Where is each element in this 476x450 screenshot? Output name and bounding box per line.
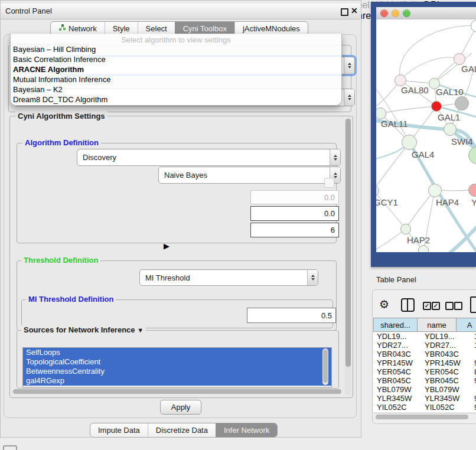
node-label: GAL80 xyxy=(401,85,429,95)
attributes-vscrollbar-thumb[interactable] xyxy=(323,350,328,383)
table-cell: YLR345W xyxy=(373,394,421,403)
node-label: GAL8 xyxy=(461,64,476,74)
network-node-hap4[interactable] xyxy=(428,184,442,197)
attribute-list-item[interactable]: BetweennessCentrality xyxy=(23,367,331,376)
apply-button[interactable]: Apply xyxy=(160,400,201,415)
algorithm-option[interactable]: Dream8 DC_TDC Algorithm xyxy=(11,94,341,105)
attribute-list-item[interactable]: TopologicalCoefficient xyxy=(23,357,331,367)
table-hscrollbar-thumb[interactable] xyxy=(376,415,468,419)
network-node-gal8[interactable] xyxy=(454,53,465,65)
table-row[interactable]: YPR145WYPR145W9. xyxy=(373,358,476,367)
dpi-tolerance-value: 0.0 xyxy=(324,209,335,218)
which-threshold-combobox[interactable]: MI Threshold xyxy=(139,269,318,286)
which-threshold-value: MI Threshold xyxy=(145,273,190,282)
tab-discretize-data-label: Discretize Data xyxy=(156,426,208,435)
stepper-arrows-icon xyxy=(344,89,354,106)
table-cell: YER054C xyxy=(373,367,421,376)
table-row[interactable]: YDL19...YDL19...13 xyxy=(373,332,476,341)
close-icon[interactable]: ✕ xyxy=(351,6,358,15)
network-node-hap2[interactable] xyxy=(400,224,411,234)
zoom-traffic-light[interactable] xyxy=(403,9,410,17)
column-header-shared[interactable]: shared... xyxy=(373,318,418,332)
algorithm-option[interactable]: Basic Correlation Inference xyxy=(11,54,341,64)
minimize-traffic-light[interactable] xyxy=(392,9,399,17)
manual-kernel-checkbox[interactable] xyxy=(324,178,334,188)
dock-panel-button[interactable] xyxy=(3,445,17,450)
table-cell: YDL19... xyxy=(373,332,421,341)
stepper-arrows-icon xyxy=(307,270,318,285)
column-header-name[interactable]: name xyxy=(418,318,457,332)
mi-type-combobox[interactable]: Naive Bayes xyxy=(158,167,341,184)
tab-infer-network[interactable]: Infer Network xyxy=(216,423,277,437)
table-row[interactable]: YIL052CYIL052C9. xyxy=(373,403,476,412)
table-cell: 9. xyxy=(464,358,476,367)
network-node[interactable] xyxy=(455,96,469,110)
algorithm-option[interactable]: Bayesian – Hill Climbing xyxy=(11,44,341,54)
unchecked-checkbox-icon[interactable] xyxy=(454,302,462,310)
network-node-gal80[interactable] xyxy=(395,74,406,86)
algorithm-option[interactable]: ARACNE Algorithm xyxy=(11,64,341,74)
apply-button-label: Apply xyxy=(171,403,191,412)
tab-discretize-data[interactable]: Discretize Data xyxy=(148,423,216,437)
table-cell: 9. xyxy=(464,376,476,385)
table-row[interactable]: YBL079WYBL079W xyxy=(373,385,476,394)
data-attributes-list[interactable]: SelfLoopsTopologicalCoefficientBetweenne… xyxy=(22,347,332,387)
tab-style-label: Style xyxy=(113,24,130,33)
split-columns-icon[interactable] xyxy=(401,298,415,312)
checked-checkbox-icon[interactable]: ✓ xyxy=(423,302,431,310)
table-cell: YER054C xyxy=(421,367,464,376)
tab-network[interactable]: Network xyxy=(51,22,105,35)
column-header-a[interactable]: A xyxy=(457,318,476,332)
algorithm-options: Bayesian – Hill ClimbingBasic Correlatio… xyxy=(11,44,341,105)
network-node-gal1[interactable] xyxy=(431,101,442,112)
table-row[interactable]: YER054CYER054C8. xyxy=(373,367,476,376)
kernel-width-value: 0.0 xyxy=(324,193,335,202)
tab-select-label: Select xyxy=(146,24,167,33)
tab-impute-data[interactable]: Impute Data xyxy=(90,423,148,437)
dpi-tolerance-field[interactable]: 0.0 xyxy=(250,206,339,221)
network-canvas[interactable]: GAL8GAL80GAL10GAL1GAL11SWI4GAL4GCY1HAP4Y… xyxy=(376,19,476,252)
document-icon[interactable] xyxy=(470,296,476,313)
collapse-arrow-icon[interactable]: ▼ xyxy=(137,327,144,334)
table-cell: YPR145W xyxy=(421,358,464,367)
network-icon xyxy=(58,24,66,33)
table-cell: YBR045C xyxy=(421,376,464,385)
control-panel-titlebar xyxy=(1,4,360,19)
algorithm-option[interactable]: Bayesian – K2 xyxy=(11,84,341,94)
network-node-swi4[interactable] xyxy=(444,123,457,136)
expand-arrow-icon[interactable]: ▶ xyxy=(164,242,169,250)
network-node-gal4[interactable] xyxy=(402,135,417,150)
table-cell: YIL052C xyxy=(421,403,464,412)
checked-checkbox-icon[interactable]: ✓ xyxy=(432,302,440,310)
algorithm-definition-title: Algorithm Definition xyxy=(22,138,101,147)
settings-vscrollbar-thumb[interactable] xyxy=(345,119,351,367)
algorithm-option[interactable]: Mutual Information Inference xyxy=(11,74,341,84)
table-row[interactable]: YBR043CYBR043C xyxy=(373,350,476,358)
mi-steps-field[interactable]: 6 xyxy=(250,223,339,237)
table-cell: 9. xyxy=(464,394,476,403)
attribute-list-item[interactable]: SelfLoops xyxy=(23,348,331,357)
tab-select[interactable]: Select xyxy=(138,22,175,35)
tab-cyni-toolbox[interactable]: Cyni Toolbox xyxy=(175,22,234,35)
network-node[interactable] xyxy=(418,245,429,252)
mi-type-value: Naive Bayes xyxy=(164,171,207,180)
table-row[interactable]: YBR045CYBR045C9. xyxy=(373,376,476,385)
tab-style[interactable]: Style xyxy=(105,22,138,35)
unchecked-checkbox-icon[interactable] xyxy=(445,302,454,310)
table-row[interactable]: YDR27...YDR27...12 xyxy=(373,341,476,350)
attribute-list-item[interactable]: gal4RGexp xyxy=(23,376,331,386)
float-window-icon[interactable] xyxy=(341,8,348,16)
bottom-tabbar: Impute Data Discretize Data Infer Networ… xyxy=(90,423,278,438)
settings-hscrollbar-thumb[interactable] xyxy=(13,389,341,394)
mi-steps-value: 6 xyxy=(331,226,335,234)
table-header-row: shared...nameA xyxy=(373,318,476,332)
mi-threshold-field[interactable]: 0.5 xyxy=(247,308,336,323)
table-cell: 8. xyxy=(464,367,476,376)
tab-jactivemnodules[interactable]: jActiveMNodules xyxy=(234,22,308,35)
table-row[interactable]: YLR345WYLR345W9. xyxy=(373,394,476,403)
aracne-mode-combobox[interactable]: Discovery xyxy=(77,149,341,166)
tab-impute-data-label: Impute Data xyxy=(98,426,140,435)
kernel-width-field[interactable]: 0.0 xyxy=(250,190,339,204)
close-traffic-light[interactable] xyxy=(380,9,388,17)
gear-icon[interactable]: ⚙ xyxy=(379,298,389,311)
